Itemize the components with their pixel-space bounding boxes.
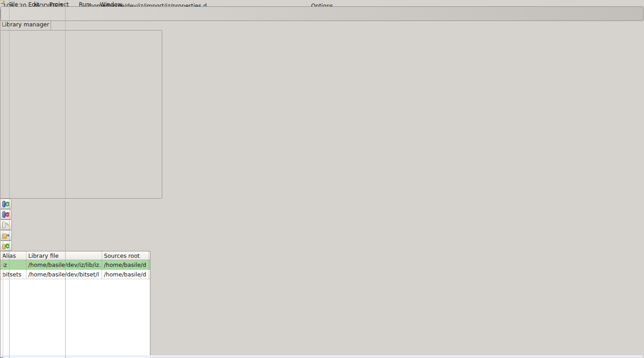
- compile-folder-icon: ◆: [2, 232, 10, 239]
- table-cell: /home/basile/dev/bitset/l: [26, 270, 102, 279]
- remove-library-button[interactable]: −: [0, 209, 11, 220]
- table-column-header[interactable]: Library file: [26, 251, 102, 260]
- add-library-button[interactable]: +: [0, 199, 11, 209]
- edit-library-icon: ✎: [2, 221, 10, 228]
- table-cell: /home/basile/d: [102, 270, 149, 279]
- table-row[interactable]: iz/home/basile/dev/iz/lib/iz./home/basil…: [0, 260, 150, 270]
- library-table-header[interactable]: AliasLibrary fileSources root: [0, 251, 150, 260]
- folder-add-icon: +: [2, 242, 10, 249]
- compile-library-button[interactable]: ◆: [0, 230, 12, 240]
- edit-library-button[interactable]: ✎: [0, 220, 12, 230]
- table-row[interactable]: bitsets/home/basile/dev/bitset/l/home/ba…: [0, 270, 150, 279]
- library-table[interactable]: AliasLibrary fileSources root iz/home/ba…: [0, 251, 150, 358]
- table-cell: /home/basile/dev/iz/lib/iz.: [26, 260, 102, 269]
- table-column-header[interactable]: Sources root: [102, 251, 149, 260]
- ide-window: FileEditProjectRunWindow Static explorer…: [0, 0, 644, 358]
- table-column-header[interactable]: Alias: [0, 251, 26, 260]
- table-cell: /home/basile/d: [102, 260, 149, 269]
- table-cell: iz: [0, 260, 26, 269]
- library-manager-panel: [0, 30, 162, 199]
- table-cell: bitsets: [0, 270, 26, 279]
- scrollbar-thumb[interactable]: [0, 6, 644, 21]
- add-folder-library-button[interactable]: +: [0, 240, 12, 251]
